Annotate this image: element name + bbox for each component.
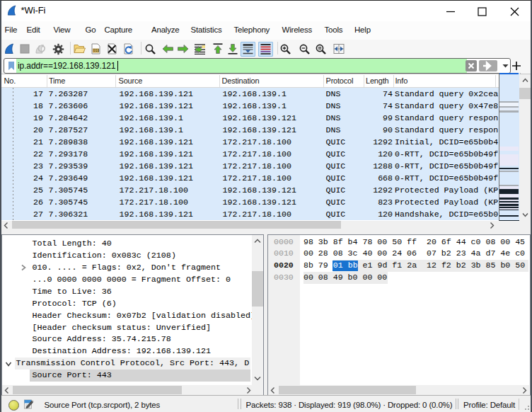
svg-text:010: 010: [93, 49, 100, 52]
